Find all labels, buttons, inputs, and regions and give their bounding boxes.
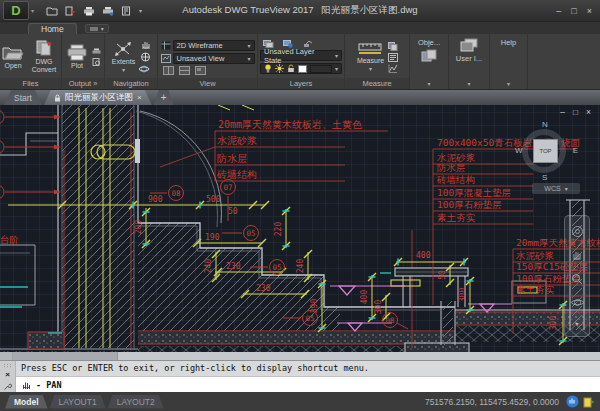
viewcube-east[interactable]: E (573, 147, 578, 155)
viewcube-west[interactable]: W (515, 147, 523, 155)
svg-text:08: 08 (171, 189, 181, 198)
command-input[interactable]: - PAN (16, 376, 600, 392)
scroll-left-button[interactable] (0, 352, 13, 360)
svg-text:50: 50 (228, 207, 238, 216)
viewcube[interactable]: TOP N E S W (518, 123, 574, 179)
svg-text:素土夯实: 素土夯实 (516, 284, 555, 295)
doc-restore-button[interactable]: □ (573, 108, 578, 117)
command-side-rail: × (0, 361, 16, 392)
status-bar: Model LAYOUT1 LAYOUT2 751576.2150, 11547… (0, 392, 600, 411)
svg-text:190: 190 (205, 233, 220, 242)
navbar-wheel-icon[interactable] (571, 225, 584, 238)
batch-plot-icon[interactable] (102, 6, 114, 16)
horizontal-scrollbar[interactable] (0, 352, 600, 360)
panel-launcher-icon[interactable]: » (93, 79, 97, 88)
tab-lock-icon (54, 94, 61, 102)
help-caret-icon[interactable]: ▾ (507, 80, 510, 87)
svg-text:900: 900 (148, 195, 163, 204)
viewport-config-icon[interactable] (163, 66, 174, 75)
pan-mode-indicator-icon[interactable] (566, 395, 579, 408)
pan-icon[interactable] (140, 40, 151, 50)
quick-properties-icon[interactable] (388, 42, 398, 51)
print-icon[interactable] (83, 6, 95, 16)
navbar-more-caret-icon[interactable]: ▾ (575, 320, 578, 327)
annotation-monitor-icon[interactable] (583, 396, 595, 408)
viewcube-top-face[interactable]: TOP (533, 139, 558, 163)
layer-state-dropdown[interactable]: Unsaved Layer State▾ (260, 50, 342, 61)
user-interface-caret-icon[interactable]: ▾ (467, 80, 470, 87)
navigation-bar[interactable]: ▾ (564, 215, 590, 337)
command-history: Press ESC or ENTER to exit, or right-cli… (16, 361, 600, 376)
view-dropdown[interactable]: Unsaved View▾ (173, 53, 255, 64)
objects-caret-icon[interactable]: ▾ (427, 80, 430, 87)
tab-drawing-active[interactable]: 阳光丽景小区详图 × (44, 90, 152, 105)
qat-customize-caret-icon[interactable]: ▾ (139, 7, 142, 14)
ribbon-options-button[interactable]: ▾ (85, 24, 109, 33)
svg-text:240: 240 (296, 259, 305, 274)
preview-icon[interactable] (121, 6, 132, 16)
panel-layers: Unsaved Layer State▾ ▾ Layers (258, 34, 345, 89)
viewcube-south[interactable]: S (542, 174, 547, 182)
tab-home[interactable]: Home (28, 23, 77, 35)
zoom-extents-icon (113, 41, 133, 57)
orbit-icon[interactable] (139, 64, 151, 74)
navbar-orbit-icon[interactable] (571, 297, 584, 308)
command-customize-wrench-icon[interactable] (3, 382, 12, 391)
panel-label-navigation: Navigation (105, 78, 157, 89)
convert-icon[interactable] (65, 6, 76, 16)
new-tab-button[interactable]: + (154, 90, 174, 105)
command-close-icon[interactable]: × (5, 371, 10, 379)
window-minimize-button[interactable]: – (556, 6, 561, 16)
panel-label-view: View (158, 78, 257, 89)
visual-style-dropdown[interactable]: 2D Wireframe▾ (173, 40, 255, 51)
ribbon: Open DWG Convert Files Plot Output» (0, 34, 600, 90)
objects-icon (421, 49, 437, 62)
navbar-pan-icon[interactable] (571, 250, 583, 261)
list-icon[interactable] (388, 53, 398, 62)
panel-label-measure: Measure (345, 78, 409, 89)
dwg-convert-button[interactable]: DWG Convert (28, 40, 60, 74)
extents-caret-icon[interactable]: ▾ (122, 67, 125, 74)
layer-dropdown[interactable]: ▾ (260, 63, 342, 74)
drawing-canvas[interactable]: 20mm厚天然黄木纹板岩、土黄色 水泥砂浆 防水层 砖墙结构 700x400x5… (0, 105, 600, 360)
doc-close-button[interactable]: × (586, 108, 591, 117)
panel-help[interactable]: Help ▾ (490, 34, 528, 89)
tab-close-icon[interactable]: × (137, 93, 142, 102)
window-restore-button[interactable]: □ (571, 6, 576, 16)
navbar-zoom-icon[interactable] (571, 273, 583, 285)
page-setup-icon[interactable] (92, 48, 101, 56)
panel-objects[interactable]: Obje... ▾ (410, 34, 449, 89)
measure-button[interactable]: Measure ▾ (356, 42, 385, 73)
svg-text:50: 50 (438, 270, 447, 280)
scrollbar-thumb[interactable] (13, 352, 118, 360)
open-icon[interactable] (46, 6, 58, 16)
panel-files: Open DWG Convert Files (0, 34, 62, 89)
command-drag-grip[interactable] (3, 363, 12, 368)
svg-text:防水层: 防水层 (437, 162, 466, 173)
open-button[interactable]: Open (1, 44, 25, 70)
quick-calc-icon[interactable] (388, 64, 398, 73)
app-menu-caret-icon[interactable]: ▾ (31, 7, 34, 14)
svg-text:水泥砂浆: 水泥砂浆 (515, 250, 555, 261)
plot-button[interactable]: Plot (65, 44, 89, 70)
measure-caret-icon[interactable]: ▾ (369, 66, 372, 73)
join-viewport-icon[interactable] (195, 66, 206, 75)
layer-color-swatch (298, 65, 307, 73)
tab-layout1[interactable]: LAYOUT1 (50, 395, 106, 409)
cad-drawing[interactable]: 20mm厚天然黄木纹板岩、土黄色 水泥砂浆 防水层 砖墙结构 700x400x5… (0, 105, 600, 352)
zoom-extents-button[interactable]: Extents ▾ (111, 41, 136, 74)
window-close-button[interactable]: × (587, 6, 592, 16)
tab-start[interactable]: Start (4, 90, 42, 105)
panel-user-interface[interactable]: User I... ▾ (449, 34, 490, 89)
named-viewport-icon[interactable] (179, 66, 190, 75)
steering-wheel-icon[interactable] (140, 52, 151, 62)
svg-text:砖墙结构: 砖墙结构 (216, 169, 257, 180)
app-logo[interactable]: D (3, 1, 29, 20)
tab-layout2[interactable]: LAYOUT2 (108, 395, 164, 409)
plot-preview-icon[interactable] (92, 58, 101, 66)
viewcube-north[interactable]: N (542, 121, 548, 129)
wcs-dropdown[interactable]: WCS▾ (532, 183, 580, 194)
doc-minimize-button[interactable]: – (560, 108, 565, 117)
layer-name (310, 65, 332, 73)
tab-model[interactable]: Model (5, 395, 48, 409)
